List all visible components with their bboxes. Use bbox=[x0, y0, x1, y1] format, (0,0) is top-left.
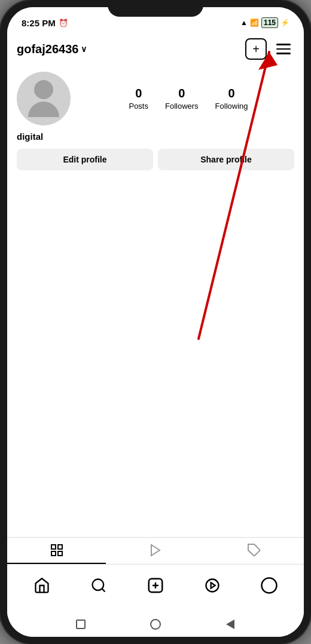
search-icon bbox=[90, 577, 107, 594]
nav-profile[interactable] bbox=[254, 571, 284, 600]
svg-line-9 bbox=[102, 588, 105, 591]
status-time: 8:25 PM ⏰ bbox=[22, 18, 68, 28]
profile-top-row: 0 Posts 0 Followers 0 Following bbox=[17, 72, 294, 125]
chevron-down-icon: ∨ bbox=[81, 44, 87, 54]
posts-count: 0 bbox=[135, 87, 142, 100]
share-profile-label: Share profile bbox=[200, 155, 252, 164]
nav-search[interactable] bbox=[84, 571, 114, 600]
grid-icon bbox=[50, 543, 64, 557]
posts-label: Posts bbox=[129, 102, 148, 111]
tab-grid[interactable] bbox=[7, 538, 106, 564]
username-text: gofaj26436 bbox=[17, 42, 78, 56]
android-nav-bar bbox=[7, 612, 304, 637]
svg-marker-14 bbox=[211, 582, 215, 588]
tab-reels[interactable] bbox=[106, 538, 205, 564]
profile-action-buttons: Edit profile Share profile bbox=[17, 149, 294, 170]
phone-screen: 8:25 PM ⏰ ▲ 📶 115 ⚡ gofaj26436 ∨ bbox=[7, 7, 304, 637]
nav-add[interactable] bbox=[141, 571, 170, 600]
add-icon: + bbox=[252, 42, 260, 56]
tab-tagged[interactable] bbox=[205, 538, 304, 564]
followers-stat[interactable]: 0 Followers bbox=[165, 87, 199, 111]
username-area[interactable]: gofaj26436 ∨ bbox=[17, 42, 87, 56]
tag-icon bbox=[247, 543, 261, 557]
header-actions: + bbox=[245, 38, 294, 60]
instagram-app: gofaj26436 ∨ + bbox=[7, 33, 304, 637]
reels-tab-icon bbox=[148, 543, 163, 557]
reels-nav-icon bbox=[204, 577, 221, 594]
svg-rect-4 bbox=[51, 551, 56, 556]
notch bbox=[108, 0, 203, 17]
svg-point-13 bbox=[206, 579, 219, 591]
stats-row: 0 Posts 0 Followers 0 Following bbox=[83, 87, 294, 111]
recent-apps-icon bbox=[76, 620, 86, 629]
hamburger-line-2 bbox=[276, 48, 291, 50]
following-count: 0 bbox=[228, 87, 235, 100]
back-arrow-icon bbox=[226, 620, 234, 629]
edit-profile-button[interactable]: Edit profile bbox=[17, 149, 153, 170]
nav-home[interactable] bbox=[27, 571, 57, 600]
nav-reels[interactable] bbox=[197, 571, 227, 600]
svg-rect-3 bbox=[58, 545, 62, 549]
android-home-button[interactable] bbox=[150, 618, 161, 630]
phone-frame: 8:25 PM ⏰ ▲ 📶 115 ⚡ gofaj26436 ∨ bbox=[0, 0, 311, 644]
time-text: 8:25 PM bbox=[22, 18, 56, 28]
tabs-bar bbox=[7, 537, 304, 564]
followers-count: 0 bbox=[178, 87, 185, 100]
followers-label: Followers bbox=[165, 102, 199, 111]
avatar-person bbox=[28, 80, 59, 117]
svg-rect-5 bbox=[58, 551, 62, 556]
wifi-icon: ▲ bbox=[240, 19, 248, 27]
battery-level: 115 bbox=[264, 19, 276, 27]
android-recent-button[interactable] bbox=[75, 618, 87, 630]
hamburger-line-1 bbox=[276, 44, 291, 45]
following-stat[interactable]: 0 Following bbox=[215, 87, 248, 111]
profile-display-name: digital bbox=[17, 131, 294, 142]
app-header: gofaj26436 ∨ + bbox=[7, 33, 304, 65]
svg-point-15 bbox=[262, 578, 277, 593]
svg-point-8 bbox=[92, 579, 103, 590]
status-icons: ▲ 📶 115 ⚡ bbox=[240, 17, 289, 28]
avatar-head bbox=[34, 80, 53, 99]
charge-icon: ⚡ bbox=[280, 19, 289, 27]
posts-stat[interactable]: 0 Posts bbox=[129, 87, 148, 111]
svg-marker-6 bbox=[151, 545, 160, 556]
following-label: Following bbox=[215, 102, 248, 111]
profile-section: 0 Posts 0 Followers 0 Following bbox=[7, 65, 304, 177]
edit-profile-label: Edit profile bbox=[63, 155, 106, 164]
share-profile-button[interactable]: Share profile bbox=[158, 149, 294, 170]
svg-rect-2 bbox=[51, 545, 56, 549]
profile-icon bbox=[260, 576, 278, 594]
avatar[interactable] bbox=[17, 72, 71, 125]
battery-icon: 115 bbox=[261, 17, 278, 28]
home-icon bbox=[33, 577, 50, 594]
home-circle-icon bbox=[150, 619, 161, 630]
menu-button[interactable] bbox=[273, 38, 294, 60]
signal-icon: 📶 bbox=[250, 19, 259, 27]
avatar-body bbox=[28, 102, 59, 117]
add-icon bbox=[147, 576, 164, 594]
android-back-button[interactable] bbox=[224, 618, 236, 630]
hamburger-line-3 bbox=[276, 53, 291, 54]
alarm-icon: ⏰ bbox=[59, 19, 68, 27]
bottom-nav bbox=[7, 564, 304, 612]
add-post-button[interactable]: + bbox=[245, 38, 267, 60]
content-area bbox=[7, 177, 304, 537]
